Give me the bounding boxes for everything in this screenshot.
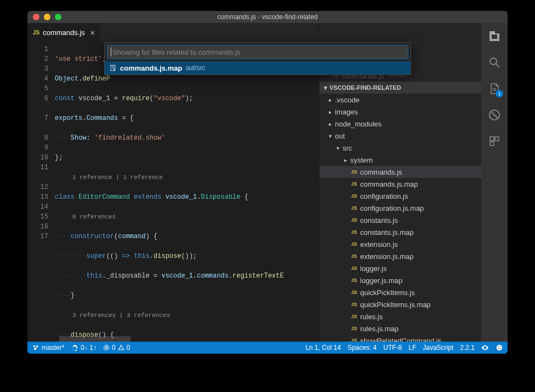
explorer-header — [320, 23, 481, 42]
tree-item-label: extension.js.map — [360, 252, 414, 261]
file-item[interactable]: JSextension.js.map — [320, 250, 481, 262]
js-file-icon: JS — [350, 205, 358, 211]
chevron-right-icon: ▸ — [327, 97, 333, 103]
js-file-icon: JS — [350, 290, 358, 295]
status-version[interactable]: 2.2.1 — [460, 344, 475, 351]
status-feedback-icon[interactable] — [496, 344, 503, 351]
code-lines[interactable]: 'use strict'; Object.defineP const vscod… — [55, 42, 319, 342]
file-item[interactable]: JSshowRelatedCommand.js — [320, 335, 481, 342]
js-file-icon: JS — [350, 181, 358, 187]
editor-area: JS commands.js × Showing for files relat… — [27, 23, 319, 342]
file-item[interactable]: JScommands.js.map — [320, 178, 481, 190]
js-file-icon: JS — [350, 314, 358, 319]
quick-pick-placeholder: Showing for files related to commands.js — [112, 48, 240, 56]
file-link-icon — [109, 64, 117, 72]
svg-point-11 — [498, 346, 499, 347]
extensions-activity-icon[interactable] — [487, 134, 502, 149]
file-item[interactable]: JScommands.js — [320, 166, 481, 178]
js-file-icon: JS — [350, 338, 358, 342]
file-item[interactable]: JSconfiguration.js — [320, 190, 481, 202]
folder-item[interactable]: ▾out — [320, 130, 481, 142]
svg-rect-5 — [495, 137, 499, 141]
text-cursor — [111, 48, 111, 56]
js-file-icon: JS — [350, 326, 358, 331]
file-item[interactable]: JSconstants.js.map — [320, 226, 481, 238]
codelens[interactable]: 3 references | 3 references — [55, 310, 319, 320]
error-icon — [103, 344, 110, 351]
folder-item[interactable]: ▸system — [320, 154, 481, 166]
quick-pick-result[interactable]: commands.js.map out/src — [105, 61, 411, 74]
file-item[interactable]: JSconstants.js — [320, 214, 481, 226]
debug-activity-icon[interactable] — [487, 107, 502, 123]
code-editor[interactable]: 1234567891011121314151617 'use strict'; … — [27, 42, 319, 342]
tab-commands-js[interactable]: JS commands.js × — [27, 23, 100, 42]
file-item[interactable]: JSrules.js.map — [320, 322, 481, 335]
tree-item-label: quickPickItems.js.map — [360, 301, 431, 309]
quick-pick-input[interactable]: Showing for files related to commands.js — [107, 45, 408, 59]
sync-icon — [71, 344, 78, 351]
quick-pick-panel: Showing for files related to commands.js… — [104, 42, 411, 75]
quick-pick-result-label: commands.js.map — [120, 64, 182, 72]
tree-item-label: logger.js.map — [360, 276, 402, 285]
status-encoding[interactable]: UTF-8 — [383, 344, 402, 351]
file-item[interactable]: JSlogger.js — [320, 262, 481, 274]
git-branch-icon — [32, 344, 39, 351]
chevron-down-icon: ▾ — [322, 84, 329, 91]
js-file-icon: JS — [350, 278, 358, 283]
explorer-section-header[interactable]: ▾ VSCODE-FIND-RELATED — [320, 82, 481, 94]
tree-item-label: logger.js — [360, 264, 386, 273]
tree-item-label: system — [350, 156, 373, 164]
tree-item-label: configuration.js — [360, 192, 408, 200]
folder-item[interactable]: ▸images — [320, 106, 481, 118]
chevron-right-icon: ▸ — [343, 157, 348, 163]
close-tab-icon[interactable]: × — [90, 28, 95, 37]
codelens[interactable]: 1 reference | 1 reference — [55, 172, 319, 182]
codelens[interactable]: 0 references — [55, 212, 319, 222]
status-problems[interactable]: 0 0 — [103, 344, 130, 351]
chevron-down-icon: ▾ — [327, 133, 333, 139]
file-item[interactable]: JSlogger.js.map — [320, 274, 481, 286]
tree-item-label: src — [343, 144, 352, 152]
svg-point-10 — [497, 345, 503, 351]
line-number-gutter: 1234567891011121314151617 — [27, 42, 55, 342]
folder-item[interactable]: ▾src — [320, 142, 481, 154]
window: commands.js - vscode-find-related JS com… — [27, 11, 508, 354]
scm-badge: 1 — [496, 90, 503, 97]
status-cursor[interactable]: Ln 1, Col 14 — [305, 344, 341, 351]
file-item[interactable]: JSextension.js — [320, 238, 481, 250]
svg-point-12 — [500, 346, 501, 347]
js-file-icon: JS — [350, 229, 358, 235]
js-file-icon: JS — [350, 169, 358, 175]
tab-label: commands.js — [43, 28, 85, 37]
explorer-activity-icon[interactable] — [487, 28, 502, 44]
file-item[interactable]: JSrules.js — [320, 310, 481, 322]
status-language[interactable]: JavaScript — [423, 344, 453, 351]
tree-item-label: showRelatedCommand.js — [360, 337, 441, 342]
status-bar: master* 0↓ 1↑ 0 0 Ln 1, Col 14 Spaces: 4… — [27, 342, 508, 354]
tree-item-label: images — [335, 108, 358, 116]
status-eol[interactable]: LF — [408, 344, 416, 351]
js-file-icon: JS — [33, 30, 39, 36]
tree-item-label: configuration.js.map — [360, 204, 424, 212]
main: JS commands.js × Showing for files relat… — [27, 23, 508, 342]
folder-item[interactable]: ▸node_modules — [320, 118, 481, 130]
file-item[interactable]: JSconfiguration.js.map — [320, 202, 481, 214]
horizontal-scrollbar[interactable] — [59, 336, 130, 342]
status-branch[interactable]: master* — [32, 344, 64, 351]
svg-rect-6 — [490, 142, 494, 146]
folder-item[interactable]: ▸.vscode — [320, 94, 481, 106]
tree-item-label: commands.js.map — [360, 180, 418, 188]
js-file-icon: JS — [350, 241, 358, 247]
activity-bar: 1 — [481, 23, 508, 342]
file-item[interactable]: JSquickPickItems.js — [320, 286, 481, 298]
source-control-activity-icon[interactable]: 1 — [487, 81, 502, 96]
explorer-section-label: VSCODE-FIND-RELATED — [329, 84, 401, 91]
status-spaces[interactable]: Spaces: 4 — [348, 344, 377, 351]
tree-item-label: rules.js.map — [360, 325, 399, 333]
js-file-icon: JS — [350, 302, 358, 307]
tree-item-label: extension.js — [360, 240, 398, 249]
search-activity-icon[interactable] — [487, 55, 502, 70]
status-sync[interactable]: 0↓ 1↑ — [71, 344, 96, 351]
file-item[interactable]: JSquickPickItems.js.map — [320, 298, 481, 310]
status-preview-icon[interactable] — [481, 344, 489, 351]
